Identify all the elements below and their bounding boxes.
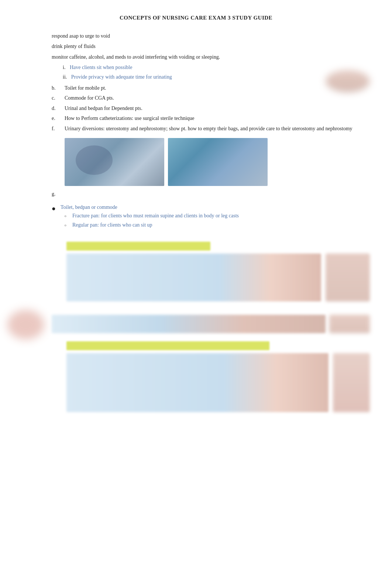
catheterizations: How to Perform catheterizations: use sur… xyxy=(65,114,370,123)
sub-bullet-fracture: ○ Fracture pan: for clients who must rem… xyxy=(64,212,239,220)
letter-b: b. xyxy=(52,84,65,92)
intro-line-1: respond asap to urge to void xyxy=(52,32,370,40)
list-item-d: d. Urinal and bedpan for Dependent pts. xyxy=(52,104,370,113)
urinary-diversions: Urinary diversions: uterostomy and nephr… xyxy=(65,125,370,133)
letter-c: c. xyxy=(52,94,65,102)
list-item-e: e. How to Perform catheterizations: use … xyxy=(52,114,370,123)
between-blur-1 xyxy=(52,315,326,333)
decoration-blur-upper-right xyxy=(326,70,370,92)
bullet-dot-1: ● xyxy=(52,204,61,213)
circle-dot-1: ○ xyxy=(64,213,72,219)
fracture-pan-link[interactable]: Fracture pan: for clients who must remai… xyxy=(72,212,239,220)
decoration-blur-left xyxy=(7,310,44,339)
letter-g: g. xyxy=(52,191,65,197)
sub-bullet-regular: ○ Regular pan: for clients who can sit u… xyxy=(64,221,239,229)
bullet-list: ● Toilet, bedpan or commode ○ Fracture p… xyxy=(52,204,370,231)
have-clients-sit-link[interactable]: Have clients sit when possible xyxy=(70,65,133,70)
blurred-section-3 xyxy=(66,341,370,412)
bullet-section: ● Toilet, bedpan or commode ○ Fracture p… xyxy=(52,204,370,231)
intro-line-2: drink plenty of fluids xyxy=(52,42,370,51)
main-list: b. Toilet for mobile pt. c. Commode for … xyxy=(52,84,370,133)
list-item-g: g. xyxy=(52,191,370,197)
bullet-item-toilet: ● Toilet, bedpan or commode ○ Fracture p… xyxy=(52,204,370,231)
blurred-side-1 xyxy=(326,253,370,301)
bullet-content-1: Toilet, bedpan or commode ○ Fracture pan… xyxy=(61,204,239,231)
sub-bullet-list-1: ○ Fracture pan: for clients who must rem… xyxy=(64,212,239,230)
between-blur-side xyxy=(329,315,370,333)
page-container: CONCEPTS OF NURSING CARE EXAM 3 STUDY GU… xyxy=(22,15,370,412)
content-area: respond asap to urge to void drink plent… xyxy=(52,32,370,412)
yellow-bar-2 xyxy=(66,341,269,350)
toilet-mobile: Toilet for mobile pt. xyxy=(65,84,370,92)
blurred-row-3 xyxy=(66,353,370,412)
blurred-block-3 xyxy=(66,353,329,412)
list-item-f: f. Urinary diversions: uterostomy and ne… xyxy=(52,125,370,133)
sublist-item-1: Have clients sit when possible xyxy=(63,63,370,72)
intro-sublist: Have clients sit when possible Provide p… xyxy=(63,63,370,81)
blurred-side-3 xyxy=(333,353,370,412)
yellow-bar-1 xyxy=(66,242,210,251)
list-item-c: c. Commode for CGA pts. xyxy=(52,94,370,102)
commode-cga: Commode for CGA pts. xyxy=(65,94,370,102)
toilet-bedpan-commode-link[interactable]: Toilet, bedpan or commode xyxy=(61,204,117,210)
section-2-wrapper xyxy=(52,311,370,337)
between-blur-row xyxy=(52,311,370,337)
sublist-item-2: Provide privacy with adequate time for u… xyxy=(63,73,370,81)
image-right xyxy=(168,138,268,186)
blurred-row-1 xyxy=(66,253,370,305)
images-row xyxy=(65,138,370,186)
page-title: CONCEPTS OF NURSING CARE EXAM 3 STUDY GU… xyxy=(22,15,370,21)
letter-e: e. xyxy=(52,114,65,123)
blurred-block-1 xyxy=(66,253,321,301)
circle-dot-2: ○ xyxy=(64,223,72,228)
blurred-left-1 xyxy=(66,253,321,305)
blurred-right-1 xyxy=(326,253,370,305)
regular-pan-link[interactable]: Regular pan: for clients who can sit up xyxy=(72,221,152,229)
blurred-left-3 xyxy=(66,353,329,412)
image-left xyxy=(65,138,164,186)
urinal-bedpan: Urinal and bedpan for Dependent pts. xyxy=(65,104,370,113)
letter-d: d. xyxy=(52,104,65,113)
blurred-right-3 xyxy=(333,353,370,412)
list-item-b: b. Toilet for mobile pt. xyxy=(52,84,370,92)
blurred-section-1 xyxy=(66,242,370,305)
intro-line-3: monitor caffeine, alcohol, and meds to a… xyxy=(52,53,370,61)
letter-f: f. xyxy=(52,125,65,133)
provide-privacy-link[interactable]: Provide privacy with adequate time for u… xyxy=(71,74,172,80)
